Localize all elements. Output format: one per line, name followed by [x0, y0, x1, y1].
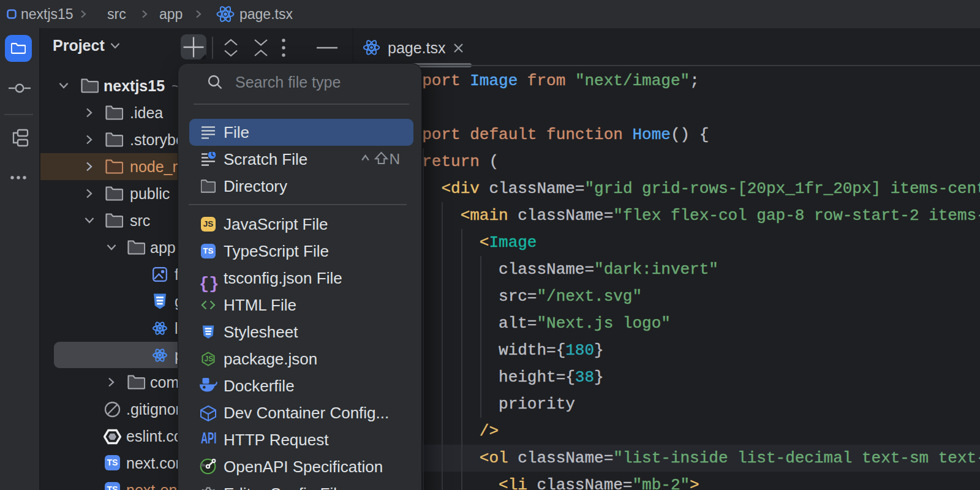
svg-text:API: API	[201, 431, 217, 446]
svg-text:JS: JS	[205, 355, 214, 363]
svg-text:N: N	[390, 151, 401, 167]
